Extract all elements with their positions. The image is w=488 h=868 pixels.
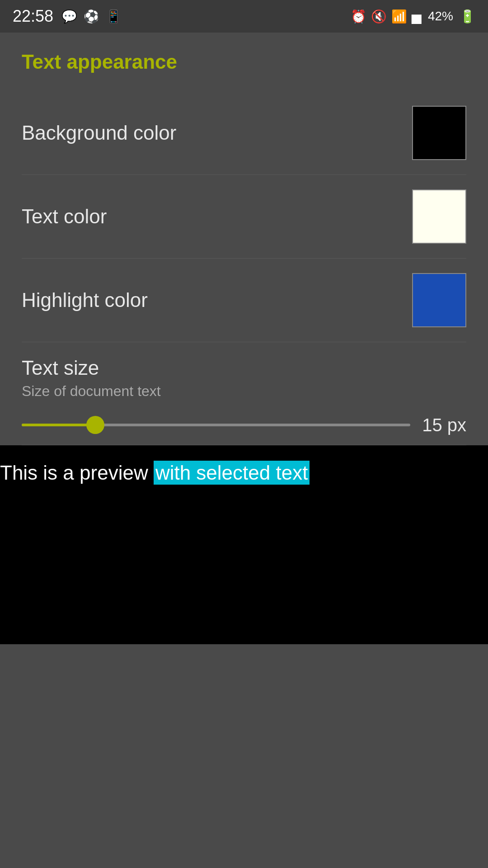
text-color-row[interactable]: Text color bbox=[22, 175, 466, 259]
highlight-color-swatch[interactable] bbox=[412, 273, 466, 327]
signal-icon: ▅ bbox=[412, 9, 422, 24]
messenger-icon: 💬 bbox=[61, 9, 77, 24]
status-bar: 22:58 💬 ⚽ 📱 ⏰ 🔇 📶 ▅ 42% 🔋 bbox=[0, 0, 488, 33]
highlight-color-row[interactable]: Highlight color bbox=[22, 259, 466, 342]
battery-icon: 🔋 bbox=[460, 9, 475, 24]
slider-fill bbox=[22, 424, 95, 426]
alarm-icon: ⏰ bbox=[351, 9, 366, 24]
mute-icon: 🔇 bbox=[371, 9, 387, 24]
slider-row: 15 px bbox=[22, 414, 466, 436]
background-color-swatch[interactable] bbox=[412, 106, 466, 160]
slider-value: 15 px bbox=[421, 415, 466, 435]
wifi-icon: 📶 bbox=[391, 9, 407, 24]
status-right: ⏰ 🔇 📶 ▅ 42% 🔋 bbox=[351, 9, 475, 24]
text-color-label: Text color bbox=[22, 205, 107, 228]
preview-text: This is a preview with selected text bbox=[0, 462, 488, 484]
text-size-section: Text size Size of document text 15 px bbox=[22, 342, 466, 445]
text-size-subtitle: Size of document text bbox=[22, 383, 466, 400]
text-size-title: Text size bbox=[22, 357, 466, 379]
preview-normal-text: This is a preview bbox=[0, 462, 154, 484]
main-content: Text appearance Background color Text co… bbox=[0, 33, 488, 445]
preview-area: This is a preview with selected text bbox=[0, 445, 488, 644]
text-size-slider[interactable] bbox=[22, 414, 410, 436]
battery-level: 42% bbox=[428, 9, 453, 24]
status-icons-left: 💬 ⚽ 📱 bbox=[61, 9, 122, 24]
status-left: 22:58 💬 ⚽ 📱 bbox=[13, 7, 122, 26]
section-header: Text appearance bbox=[22, 51, 466, 73]
soccer-icon: ⚽ bbox=[84, 9, 99, 24]
status-icons-right: ⏰ 🔇 📶 ▅ bbox=[351, 9, 422, 24]
text-color-swatch[interactable] bbox=[412, 189, 466, 244]
background-color-label: Background color bbox=[22, 122, 176, 144]
whatsapp-icon: 📱 bbox=[106, 9, 122, 24]
highlight-color-label: Highlight color bbox=[22, 289, 148, 311]
preview-highlighted-text: with selected text bbox=[154, 461, 310, 485]
slider-track bbox=[22, 424, 410, 426]
slider-thumb[interactable] bbox=[86, 416, 104, 434]
status-time: 22:58 bbox=[13, 7, 53, 26]
bottom-area bbox=[0, 644, 488, 825]
background-color-row[interactable]: Background color bbox=[22, 91, 466, 175]
